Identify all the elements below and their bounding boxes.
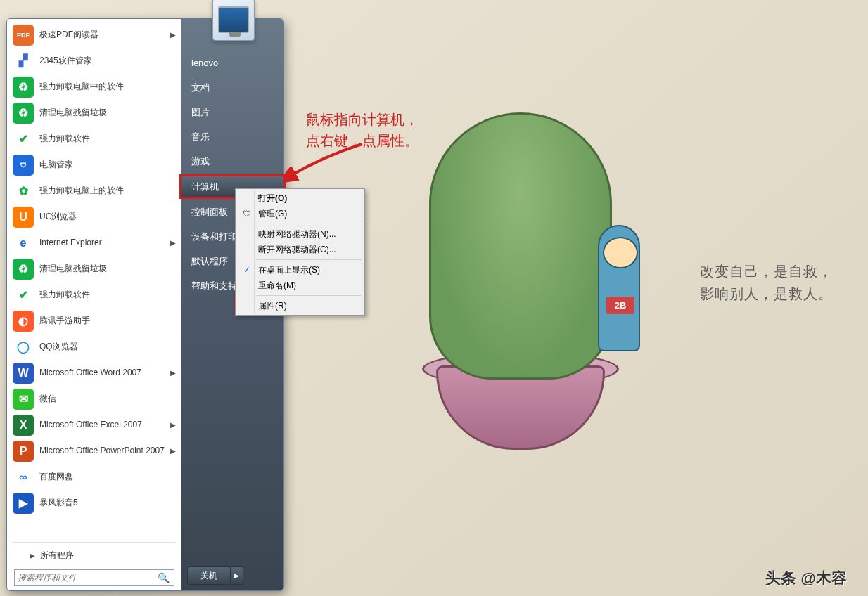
watermark: 头条 @木容 [765, 568, 847, 589]
program-icon: ✿ [13, 181, 34, 202]
program-label: 暴风影音5 [39, 498, 176, 507]
context-item-label: 在桌面上显示(S) [258, 264, 320, 276]
program-item[interactable]: ♻清理电脑残留垃圾 [8, 100, 180, 126]
program-label: Microsoft Office Word 2007 [39, 368, 167, 377]
program-label: 微信 [39, 394, 176, 403]
all-programs[interactable]: ▶ 所有程序 [8, 544, 180, 566]
shutdown-options-arrow[interactable]: ▶ [231, 566, 243, 585]
submenu-arrow-icon: ▶ [170, 31, 176, 39]
program-label: Microsoft Office Excel 2007 [39, 420, 167, 429]
program-icon: U [13, 207, 34, 228]
program-icon: 🛡 [13, 155, 34, 176]
program-icon: ▞ [13, 51, 34, 72]
program-item[interactable]: PDF极速PDF阅读器▶ [8, 22, 180, 48]
program-item[interactable]: XMicrosoft Office Excel 2007▶ [8, 412, 180, 438]
program-item[interactable]: PMicrosoft Office PowerPoint 2007▶ [8, 438, 180, 464]
program-item[interactable]: WMicrosoft Office Word 2007▶ [8, 360, 180, 386]
program-item[interactable]: ▶暴风影音5 [8, 490, 180, 516]
places-item-lenovo[interactable]: lenovo [181, 51, 283, 75]
context-item-icon: ✓ [241, 264, 253, 276]
program-icon: ♻ [13, 77, 34, 98]
program-item[interactable]: ♻清理电脑残留垃圾 [8, 256, 180, 282]
context-item-label: 映射网络驱动器(N)... [258, 228, 336, 240]
program-icon: PDF [13, 25, 34, 46]
search-icon[interactable]: 🔍 [155, 572, 171, 583]
submenu-arrow-icon: ▶ [170, 447, 176, 455]
context-item[interactable]: ✓在桌面上显示(S) [237, 262, 363, 278]
program-icon: ▶ [13, 493, 34, 514]
program-item[interactable]: UUC浏览器 [8, 204, 180, 230]
program-label: QQ浏览器 [39, 342, 176, 351]
program-label: 清理电脑残留垃圾 [39, 108, 176, 117]
context-menu: 打开(O)🛡管理(G)映射网络驱动器(N)...断开网络驱动器(C)...✓在桌… [235, 188, 365, 316]
caret-right-icon: ▶ [30, 552, 35, 559]
submenu-arrow-icon: ▶ [170, 421, 176, 429]
all-programs-label: 所有程序 [40, 550, 74, 562]
context-separator [257, 224, 362, 224]
monitor-icon [218, 6, 249, 33]
program-label: 强力卸载电脑上的软件 [39, 186, 176, 195]
program-icon: ✉ [13, 389, 34, 410]
program-item[interactable]: ∞百度网盘 [8, 464, 180, 490]
program-label: 强力卸载电脑中的软件 [39, 82, 176, 91]
context-item-label: 重命名(M) [258, 280, 296, 292]
wallpaper-quote: 改变自己，是自救， 影响别人，是救人。 [700, 260, 833, 305]
search-input-wrap[interactable]: 🔍 [14, 569, 174, 586]
program-icon: e [13, 233, 34, 254]
program-item[interactable]: ✿强力卸载电脑上的软件 [8, 178, 180, 204]
start-menu-programs-panel: PDF极速PDF阅读器▶▞2345软件管家♻强力卸载电脑中的软件♻清理电脑残留垃… [7, 19, 181, 590]
context-item-label: 管理(G) [258, 208, 287, 220]
program-icon: P [13, 441, 34, 462]
program-item[interactable]: eInternet Explorer▶ [8, 230, 180, 256]
places-item-文档[interactable]: 文档 [181, 75, 283, 100]
context-item[interactable]: 属性(R) [237, 298, 363, 313]
context-separator [257, 259, 362, 260]
program-icon: ♻ [13, 259, 34, 280]
program-item[interactable]: ▞2345软件管家 [8, 48, 180, 74]
context-item-icon: 🛡 [241, 207, 253, 220]
context-item[interactable]: 重命名(M) [237, 278, 363, 293]
program-icon: W [13, 363, 34, 384]
places-item-音乐[interactable]: 音乐 [181, 124, 283, 149]
program-icon: ♻ [13, 103, 34, 124]
program-icon: X [13, 415, 34, 436]
program-icon: ∞ [13, 467, 34, 488]
program-label: Internet Explorer [39, 238, 167, 247]
program-label: 电脑管家 [39, 160, 176, 169]
program-item[interactable]: ✔强力卸载软件 [8, 126, 180, 152]
context-item-label: 属性(R) [258, 300, 287, 312]
program-item[interactable]: ◯QQ浏览器 [8, 334, 180, 360]
program-label: 2345软件管家 [39, 56, 176, 65]
program-label: UC浏览器 [39, 212, 176, 221]
program-icon: ✔ [13, 129, 34, 150]
program-item[interactable]: ♻强力卸载电脑中的软件 [8, 74, 180, 100]
program-label: 腾讯手游助手 [39, 316, 176, 325]
places-item-游戏[interactable]: 游戏 [181, 149, 283, 174]
search-input[interactable] [18, 573, 155, 583]
shutdown-button[interactable]: 关机 [187, 566, 231, 585]
submenu-arrow-icon: ▶ [170, 369, 176, 377]
context-item[interactable]: 映射网络驱动器(N)... [237, 226, 363, 242]
context-separator [257, 295, 362, 296]
program-item[interactable]: ✉微信 [8, 386, 180, 412]
submenu-arrow-icon: ▶ [170, 239, 176, 247]
program-label: 强力卸载软件 [39, 134, 176, 143]
context-item[interactable]: 打开(O) [237, 190, 363, 206]
program-item[interactable]: ◐腾讯手游助手 [8, 308, 180, 334]
program-icon: ✔ [13, 285, 34, 306]
places-item-图片[interactable]: 图片 [181, 100, 283, 124]
annotation-text: 鼠标指向计算机， 点右键，点属性。 [306, 109, 419, 151]
program-label: 清理电脑残留垃圾 [39, 264, 176, 273]
program-label: 强力卸载软件 [39, 290, 176, 299]
context-item[interactable]: 断开网络驱动器(C)... [237, 242, 363, 257]
context-item[interactable]: 🛡管理(G) [237, 206, 363, 221]
program-item[interactable]: 🛡电脑管家 [8, 152, 180, 178]
program-label: 极速PDF阅读器 [39, 30, 167, 39]
context-item-label: 断开网络驱动器(C)... [258, 244, 336, 256]
user-picture[interactable] [212, 0, 255, 41]
context-item-label: 打开(O) [258, 193, 287, 205]
program-label: 百度网盘 [39, 472, 176, 481]
pencil-badge: 2B [606, 297, 634, 314]
program-item[interactable]: ✔强力卸载软件 [8, 282, 180, 308]
program-icon: ◐ [13, 311, 34, 332]
